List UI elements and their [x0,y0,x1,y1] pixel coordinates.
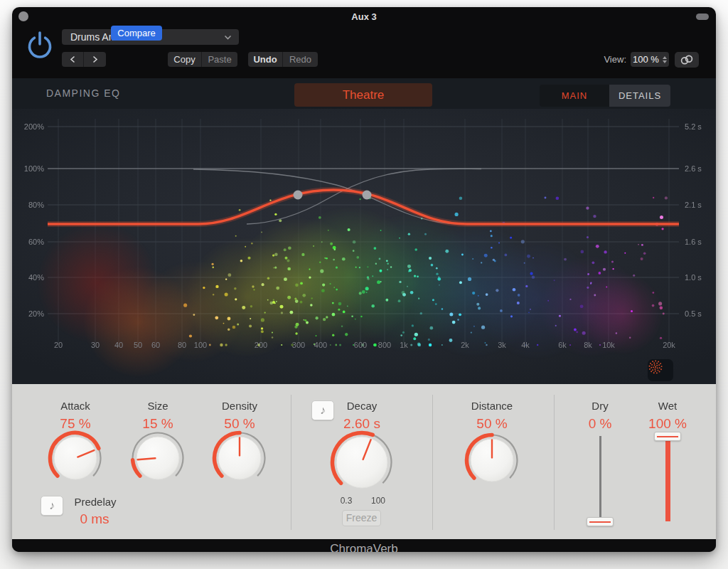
note-icon: ♪ [320,404,326,417]
section-divider [432,395,433,530]
knob-graphic [328,428,396,496]
predelay-label: Predelay [74,496,116,508]
copy-button[interactable]: Copy [168,52,201,67]
axis-tick-label: 80% [12,201,44,209]
freq-tick-label: 30 [91,341,100,349]
slider-handle[interactable] [587,517,614,526]
axis-tick-label: 20% [12,309,44,318]
knob-graphic [462,430,522,490]
freq-tick-label: 200 [255,341,267,349]
redo-button[interactable]: Redo [283,52,318,67]
previous-preset-button[interactable] [62,52,83,67]
distance-value[interactable]: 50 % [476,416,507,432]
axis-tick-label: 1.0 s [685,273,702,282]
paste-button[interactable]: Paste [202,52,237,67]
freeze-button[interactable]: Freeze [342,510,381,526]
distance-knob[interactable] [462,430,522,490]
axis-tick-label: 2.6 s [685,164,702,173]
copy-paste-group: Copy Paste [168,52,237,67]
section-divider [291,395,291,530]
compare-button[interactable]: Compare [111,26,162,41]
control-panel: Attack 75 % Size 15 % Density 50 % ♪ Pre… [12,384,716,539]
freq-tick-label: 300 [292,341,305,349]
chevron-right-icon [92,55,98,63]
axis-tick-label: 100% [12,164,44,173]
visualizer-panel: DAMPING EQ Theatre MAIN DETAILS 200%100% [12,78,716,384]
decay-min-label: 0.3 [341,496,353,506]
view-zoom-stepper[interactable]: 100 % [631,52,669,67]
wet-label: Wet [658,400,677,412]
room-type-button[interactable]: Theatre [294,83,432,107]
size-knob[interactable] [128,428,188,488]
freq-tick-label: 50 [134,341,142,349]
plugin-name: ChromaVerb [330,542,397,552]
chevron-down-icon [224,35,232,40]
decay-knob[interactable] [328,428,396,496]
window-widget-pill[interactable] [696,14,709,20]
axis-tick-label: 1.6 s [685,238,702,246]
next-preset-button[interactable] [84,52,106,67]
chain-link-icon [679,55,695,65]
preset-prev-next-group [62,52,106,67]
wet-value[interactable]: 100 % [648,416,687,432]
decay-label: Decay [347,400,378,412]
knob-graphic [210,428,269,488]
freq-tick-label: 20 [54,341,63,349]
particle-burst-icon [648,359,663,375]
eq-node-low[interactable] [294,191,303,200]
freq-tick-label: 60 [151,341,160,349]
view-zoom-value: 100 % [633,52,659,67]
axis-tick-label: 60% [12,238,44,246]
axis-tick-label: 5.2 s [685,122,702,131]
damping-eq-graph[interactable]: 200%100%80%60%40%20%5.2 s2.6 s2.1 s1.6 s… [12,109,716,384]
attack-knob[interactable] [46,428,105,488]
freq-tick-label: 3k [498,341,506,349]
knob-graphic [128,428,188,488]
predelay-sync-button[interactable]: ♪ [41,496,63,516]
freq-tick-label: 2k [461,341,469,349]
density-knob[interactable] [210,428,269,488]
freq-tick-label: 800 [378,341,391,349]
freq-tick-label: 40 [114,341,123,349]
freq-tick-label: 1k [400,341,408,349]
decay-sync-button[interactable]: ♪ [311,400,334,420]
dry-slider[interactable] [587,431,614,526]
density-label: Density [222,400,257,412]
section-divider [554,395,555,530]
chevron-left-icon [70,55,75,63]
predelay-value[interactable]: 0 ms [80,511,109,527]
axis-tick-label: 0.5 s [685,309,702,318]
undo-redo-group: Undo Redo [248,52,318,67]
freq-tick-label: 400 [314,341,327,349]
power-button[interactable] [23,27,56,64]
axis-tick-label: 40% [12,273,44,282]
desktop-background: Aux 3 Drums Ambience [0,0,728,569]
size-label: Size [147,400,168,412]
tab-details[interactable]: DETAILS [609,85,670,107]
undo-button[interactable]: Undo [248,52,282,67]
freq-tick-label: 6k [558,341,567,349]
link-button[interactable] [675,52,699,68]
freq-tick-label: 100 [194,341,207,349]
freq-tick-label: 8k [584,341,592,349]
tab-row: DAMPING EQ Theatre MAIN DETAILS [12,78,716,109]
decay-max-label: 100 [371,496,385,506]
eq-node-high[interactable] [363,191,372,200]
freq-tick-label: 20k [663,341,675,349]
axis-tick-label: 2.1 s [685,201,702,209]
freq-tick-label: 4k [521,341,530,349]
tab-main[interactable]: MAIN [540,85,609,107]
freq-tick-label: 10k [602,341,615,349]
power-icon [23,27,56,64]
freq-tick-label: 600 [354,341,367,349]
slider-handle[interactable] [654,432,681,441]
dry-value[interactable]: 0 % [589,416,612,432]
attack-label: Attack [60,400,90,412]
distance-label: Distance [471,400,513,412]
wet-slider[interactable] [654,431,681,526]
particle-view-toggle-button[interactable] [648,359,673,381]
stepper-arrows-icon [663,56,667,63]
plugin-window: Aux 3 Drums Ambience [12,7,716,552]
freq-tick-label: 80 [178,341,186,349]
view-label: View: [604,54,626,65]
